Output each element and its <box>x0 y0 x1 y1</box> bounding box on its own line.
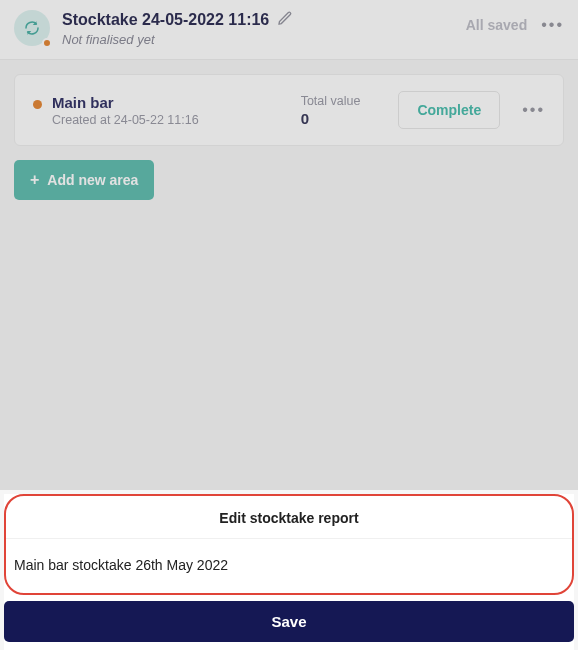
area-status-dot-icon <box>33 100 42 109</box>
edit-highlight-frame: Edit stocktake report <box>4 494 574 595</box>
save-button[interactable]: Save <box>4 601 574 642</box>
add-area-button[interactable]: + Add new area <box>14 160 154 200</box>
edit-modal: Edit stocktake report Save <box>4 494 574 650</box>
area-more-icon[interactable]: ••• <box>522 101 545 119</box>
area-card[interactable]: Main bar Created at 24-05-22 11:16 Total… <box>14 74 564 146</box>
total-value: 0 <box>301 110 361 127</box>
area-name: Main bar <box>52 94 199 111</box>
area-created: Created at 24-05-22 11:16 <box>52 113 199 127</box>
add-area-label: Add new area <box>47 172 138 188</box>
modal-title: Edit stocktake report <box>6 496 572 539</box>
pencil-icon[interactable] <box>277 10 293 30</box>
report-name-input[interactable] <box>8 543 570 575</box>
complete-button[interactable]: Complete <box>398 91 500 129</box>
header-more-icon[interactable]: ••• <box>541 16 564 34</box>
status-dot-icon <box>42 38 52 48</box>
page-subtitle: Not finalised yet <box>62 32 466 47</box>
refresh-icon <box>23 19 41 37</box>
page-title: Stocktake 24-05-2022 11:16 <box>62 11 269 29</box>
total-value-label: Total value <box>301 94 361 108</box>
save-status: All saved <box>466 17 527 33</box>
plus-icon: + <box>30 172 39 188</box>
header-bar: Stocktake 24-05-2022 11:16 Not finalised… <box>0 0 578 60</box>
stocktake-avatar <box>14 10 50 46</box>
